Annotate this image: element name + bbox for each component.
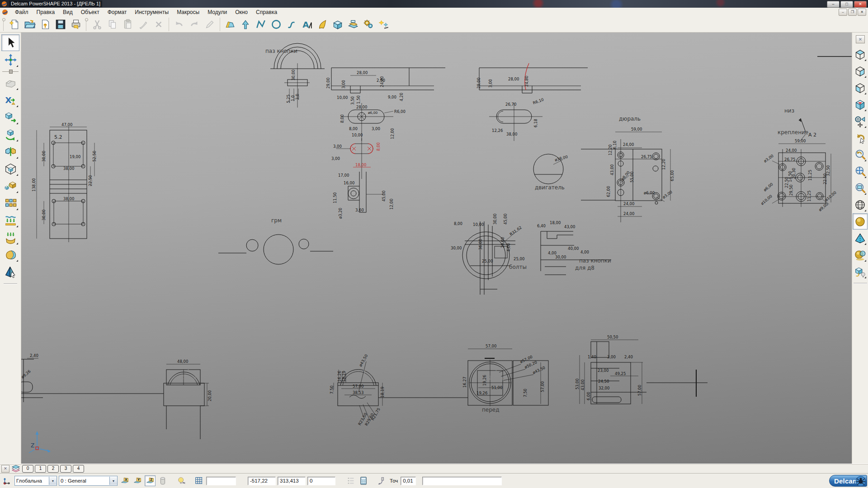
view-iso-button[interactable] (853, 96, 868, 113)
view-rotate-button[interactable] (853, 113, 868, 129)
plane-z-icon[interactable]: Z (145, 475, 156, 486)
shaded-mode-button[interactable] (853, 213, 868, 230)
workplane-dropdown-arrow[interactable]: ▼ (49, 477, 57, 485)
level-button-1[interactable]: 1 (35, 465, 46, 473)
shaded-wireframe-mode-button[interactable] (853, 247, 868, 263)
intelligent-cursor-icon[interactable] (176, 475, 187, 486)
grid-icon[interactable] (193, 475, 204, 486)
workplane-combo[interactable]: Глобальна ▼ (14, 476, 57, 486)
menu-item-вид[interactable]: Вид (59, 9, 77, 16)
move-tool[interactable] (1, 109, 19, 126)
undo-icon[interactable] (171, 17, 187, 32)
menu-item-инструменты[interactable]: Инструменты (131, 9, 173, 16)
cylinder-icon[interactable] (157, 475, 168, 486)
import-icon[interactable] (38, 17, 53, 32)
copy-icon[interactable] (105, 17, 120, 32)
level-button-3[interactable]: 3 (60, 465, 71, 473)
plane-x-icon[interactable]: X (119, 475, 130, 486)
mirror-tool[interactable] (1, 143, 19, 160)
solid-tool-icon[interactable] (330, 17, 345, 32)
zoom-full-button[interactable] (853, 163, 868, 179)
tolerance-field[interactable]: 0,01 (401, 477, 416, 485)
select-tool[interactable] (1, 34, 19, 51)
mdi-close-button[interactable]: ✕ (858, 9, 866, 16)
menu-app-icon[interactable] (2, 9, 8, 15)
level-dropdown-arrow[interactable]: ▼ (109, 477, 117, 485)
dynamic-section-button[interactable] (853, 263, 868, 280)
view-side-button[interactable] (853, 63, 868, 79)
layers-icon[interactable] (11, 465, 21, 473)
edit-icon[interactable] (202, 17, 217, 32)
wireframe-mode-button[interactable] (853, 197, 868, 213)
view-previous-button[interactable] (853, 130, 868, 146)
curve-tool-icon[interactable] (284, 17, 299, 32)
save-icon[interactable] (53, 17, 68, 32)
toolbar-grip[interactable] (2, 18, 6, 31)
delete-icon[interactable] (151, 17, 166, 32)
plane-y-icon[interactable]: Y (132, 475, 143, 486)
cut-icon[interactable] (90, 17, 105, 32)
coordinate-x-field[interactable]: -517,22 (248, 477, 276, 485)
menu-item-модули[interactable]: Модули (203, 9, 231, 16)
menu-item-справка[interactable]: Справка (252, 9, 281, 16)
menu-item-объект[interactable]: Объект (77, 9, 104, 16)
paste-icon[interactable] (120, 17, 136, 32)
morph-tool[interactable] (1, 246, 19, 263)
offset-tool[interactable] (1, 160, 19, 177)
coordinate-list-icon[interactable] (345, 475, 356, 486)
level-button-2[interactable]: 2 (47, 465, 59, 473)
new-file-icon[interactable] (7, 17, 22, 32)
pattern-tool[interactable] (1, 195, 19, 211)
menu-item-окно[interactable]: Окно (231, 9, 252, 16)
blank-feature-tool[interactable] (1, 75, 19, 91)
maximize-button[interactable]: □ (840, 1, 853, 8)
coordinate-z-field[interactable]: 0 (307, 477, 335, 485)
mdi-minimize-button[interactable]: – (839, 9, 847, 16)
feature-tool-icon[interactable] (345, 17, 361, 32)
wizard-icon[interactable] (376, 17, 392, 32)
grid-size-field[interactable] (206, 477, 236, 485)
print-icon[interactable] (68, 17, 84, 32)
open-file-icon[interactable] (22, 17, 38, 32)
coordinate-y-field[interactable]: 313,413 (278, 477, 306, 485)
zoom-previous-button[interactable] (853, 146, 868, 163)
level-button-0[interactable]: 0 (22, 465, 33, 473)
status-message-field[interactable] (422, 477, 502, 485)
menu-item-формат[interactable]: Формат (104, 9, 131, 16)
mdi-restore-button[interactable]: ❐ (848, 9, 857, 16)
view-front-button[interactable] (853, 80, 868, 96)
project-curve-tool[interactable] (1, 212, 19, 229)
zoom-box-button[interactable] (853, 180, 868, 196)
text-tool-icon[interactable]: A (299, 17, 315, 32)
workplane-arrow-icon[interactable] (238, 17, 253, 32)
rotate-tool[interactable] (1, 126, 19, 143)
toolbar-pin[interactable] (1, 70, 19, 74)
convert-tool[interactable]: X (1, 92, 19, 108)
measure-tool-icon[interactable] (376, 475, 387, 486)
dynamic-transform-tool[interactable] (1, 52, 19, 68)
menu-item-файл[interactable]: Файл (11, 9, 33, 16)
close-view-toolbar-button[interactable] (856, 35, 865, 43)
level-button-4[interactable]: 4 (73, 465, 84, 473)
toolbar-grip[interactable] (85, 18, 89, 31)
wrap-tool[interactable] (1, 229, 19, 246)
calculator-icon[interactable] (358, 475, 369, 486)
smart-surface-icon[interactable] (222, 17, 238, 32)
surface-tool-icon[interactable] (315, 17, 330, 32)
circle-tool-icon[interactable] (269, 17, 284, 32)
drawing-canvas[interactable]: 30,005,251,03,028,002,5029,0024,803,0010… (21, 33, 852, 464)
menu-item-правка[interactable]: Правка (33, 9, 59, 16)
format-brush-icon[interactable] (136, 17, 151, 32)
menu-item-макросы[interactable]: Макросы (173, 9, 203, 16)
close-button[interactable]: ✕ (854, 1, 867, 8)
assembly-gears-icon[interactable] (361, 17, 376, 32)
workplane-axes-icon[interactable] (2, 475, 13, 486)
view-top-button[interactable] (853, 46, 868, 62)
redo-icon[interactable] (187, 17, 202, 32)
levels-close-button[interactable]: ✕ (1, 465, 9, 473)
line-tool-icon[interactable] (253, 17, 269, 32)
minimize-button[interactable]: – (827, 1, 840, 8)
scale-tool[interactable] (1, 178, 19, 194)
level-combo[interactable]: 0 : General ▼ (59, 476, 118, 486)
edit-subitem-tool[interactable] (1, 263, 19, 280)
